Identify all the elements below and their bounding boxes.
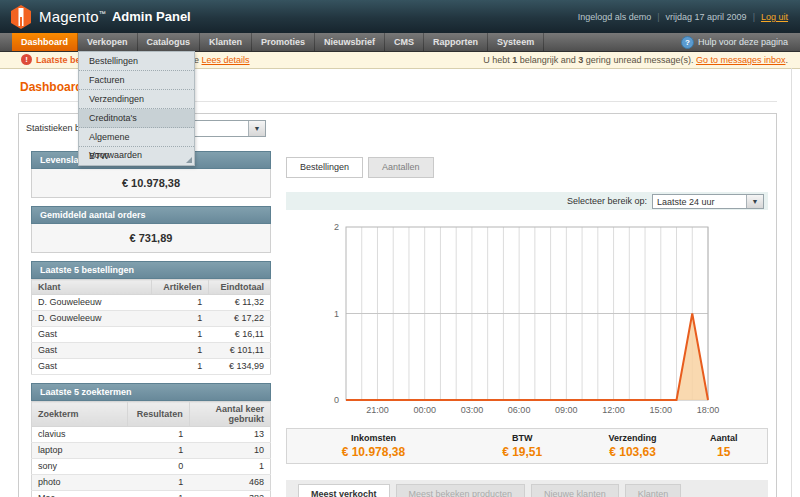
verkopen-dropdown-menu: BestellingenFacturenVerzendingenCreditno…	[78, 51, 195, 166]
read-details-link[interactable]: Lees details	[202, 55, 250, 65]
table-cell: 1	[189, 459, 270, 475]
tab-bestellingen[interactable]: Bestellingen	[286, 157, 363, 178]
table-cell: Mac	[32, 491, 128, 497]
nav-tab-dashboard[interactable]: Dashboard	[12, 33, 78, 51]
table-cell: € 17,22	[208, 311, 270, 327]
svg-text:1: 1	[334, 309, 339, 319]
average-orders-box: Gemiddeld aantal orders € 731,89	[31, 206, 271, 253]
total-value: 15	[681, 445, 767, 459]
dashboard-sidebar: Levenslange verkopen € 10.978,38 Gemidde…	[31, 151, 271, 497]
data-table: ZoektermResultatenAantal keer gebruiktcl…	[31, 401, 271, 497]
nav-tab-verkopen[interactable]: Verkopen	[78, 33, 138, 51]
table-cell: 1	[151, 311, 208, 327]
range-select-label: Selecteer bereik op:	[567, 196, 647, 206]
table-row[interactable]: Gast1€ 134,99	[32, 359, 271, 375]
table-cell: Gast	[32, 359, 152, 375]
total-inkomsten: Inkomsten€ 10.978,38	[287, 433, 460, 459]
nav-tab-klanten[interactable]: Klanten	[200, 33, 252, 51]
tab-meest-verkocht[interactable]: Meest verkocht	[298, 484, 390, 497]
resize-handle-icon[interactable]	[186, 157, 192, 163]
total-verzending: Verzending€ 103,63	[585, 433, 681, 459]
tab-klanten[interactable]: Klanten	[625, 484, 682, 497]
dashboard-main: BestellingenAantallen Selecteer bereik o…	[286, 157, 768, 497]
message-fragment: e	[194, 55, 202, 65]
table-cell: Gast	[32, 343, 152, 359]
tab-aantallen[interactable]: Aantallen	[368, 157, 434, 178]
column-header-artikelen: Artikelen	[151, 280, 208, 295]
svg-text:09:00: 09:00	[555, 405, 578, 414]
svg-text:03:00: 03:00	[461, 405, 484, 414]
svg-text:15:00: 15:00	[650, 405, 673, 414]
nav-tab-promoties[interactable]: Promoties	[252, 33, 315, 51]
nav-tab-systeem[interactable]: Systeem	[488, 33, 544, 51]
table-row[interactable]: photo1468	[32, 475, 271, 491]
chart-tabs: BestellingenAantallen	[286, 157, 768, 178]
current-date: vrijdag 17 april 2009	[666, 12, 747, 22]
chart-container: 01221:0000:0003:0006:0009:0012:0015:0018…	[286, 214, 768, 416]
product-name: Admin Panel	[112, 9, 191, 24]
range-select[interactable]: Laatste 24 uur ▼	[652, 194, 764, 209]
range-select-value: Laatste 24 uur	[653, 195, 746, 208]
table-row[interactable]: clavius113	[32, 427, 271, 443]
help-button[interactable]: ? Hulp voor deze pagina	[681, 33, 788, 51]
data-table: KlantArtikelenEindtotaalD. Gouweleeuw1€ …	[31, 279, 271, 375]
table-cell: laptop	[32, 443, 128, 459]
last-search-terms-title: Laatste 5 zoektermen	[31, 383, 271, 401]
inbox-text: gering unread message(s).	[583, 55, 696, 65]
nav-tab-catalogus[interactable]: Catalogus	[138, 33, 201, 51]
table-cell: 0	[127, 459, 189, 475]
menu-item-creditnota-s[interactable]: Creditnota's	[79, 109, 194, 128]
bottom-tabs: Meest verkochtMeest bekeken productenNie…	[286, 480, 768, 497]
chevron-down-icon[interactable]: ▼	[248, 121, 265, 136]
last-search-terms-box: Laatste 5 zoektermen ZoektermResultatenA…	[31, 383, 271, 497]
magento-logo-icon[interactable]	[10, 5, 32, 29]
nav-tab-cms[interactable]: CMS	[385, 33, 424, 51]
inbox-link[interactable]: Go to messages inbox	[696, 55, 786, 65]
separator: |	[657, 12, 659, 22]
menu-item-bestellingen[interactable]: Bestellingen	[79, 52, 194, 71]
table-cell: € 134,99	[208, 359, 270, 375]
table-cell: clavius	[32, 427, 128, 443]
column-header-aantal-keer-gebruikt: Aantal keer gebruikt	[189, 402, 270, 427]
inbox-text: U hebt	[483, 55, 512, 65]
chevron-down-icon[interactable]: ▼	[746, 195, 763, 208]
table-row[interactable]: Mac1382	[32, 491, 271, 497]
total-value: € 10.978,38	[287, 445, 460, 459]
table-row[interactable]: laptop110	[32, 443, 271, 459]
table-cell: € 16,11	[208, 327, 270, 343]
message-tail: e Lees details	[194, 55, 250, 65]
svg-text:21:00: 21:00	[366, 405, 389, 414]
nav-tabs: DashboardVerkopenCatalogusKlantenPromoti…	[0, 33, 544, 51]
column-header-zoekterm: Zoekterm	[32, 402, 128, 427]
menu-item-verzendingen[interactable]: Verzendingen	[79, 90, 194, 109]
table-row[interactable]: Gast1€ 16,11	[32, 327, 271, 343]
tab-meest-bekeken-producten[interactable]: Meest bekeken producten	[396, 484, 526, 497]
orders-chart: 01221:0000:0003:0006:0009:0012:0015:0018…	[286, 214, 766, 414]
table-row[interactable]: D. Gouweleeuw1€ 11,32	[32, 295, 271, 311]
table-row[interactable]: D. Gouweleeuw1€ 17,22	[32, 311, 271, 327]
nav-tab-rapporten[interactable]: Rapporten	[424, 33, 488, 51]
magento-admin-dashboard: Magento™ Admin Panel Ingelogd als demo |…	[0, 0, 800, 497]
table-cell: 10	[189, 443, 270, 459]
logout-link[interactable]: Log uit	[761, 12, 788, 22]
table-cell: D. Gouweleeuw	[32, 311, 152, 327]
last-orders-title: Laatste 5 bestellingen	[31, 261, 271, 279]
table-cell: 468	[189, 475, 270, 491]
help-icon: ?	[681, 36, 694, 49]
app-header: Magento™ Admin Panel Ingelogd als demo |…	[0, 0, 800, 33]
table-cell: € 101,11	[208, 343, 270, 359]
table-cell: 1	[127, 443, 189, 459]
dashboard-panel: Statistieken berekenen per ▼ Levenslange…	[18, 113, 777, 497]
menu-item-btw[interactable]: BTW	[79, 147, 194, 165]
total-value: € 19,51	[460, 445, 585, 459]
nav-tab-nieuwsbrief[interactable]: Nieuwsbrief	[315, 33, 385, 51]
column-header-resultaten: Resultaten	[127, 402, 189, 427]
table-row[interactable]: Gast1€ 101,11	[32, 343, 271, 359]
menu-item-algemene-voorwaarden[interactable]: Algemene Voorwaarden	[79, 128, 194, 147]
table-row[interactable]: sony01	[32, 459, 271, 475]
menu-item-facturen[interactable]: Facturen	[79, 71, 194, 90]
tab-nieuwe-klanten[interactable]: Nieuwe klanten	[531, 484, 619, 497]
table-cell: 1	[151, 359, 208, 375]
error-icon: !	[21, 54, 32, 65]
logged-in-as: Ingelogd als demo	[578, 12, 652, 22]
